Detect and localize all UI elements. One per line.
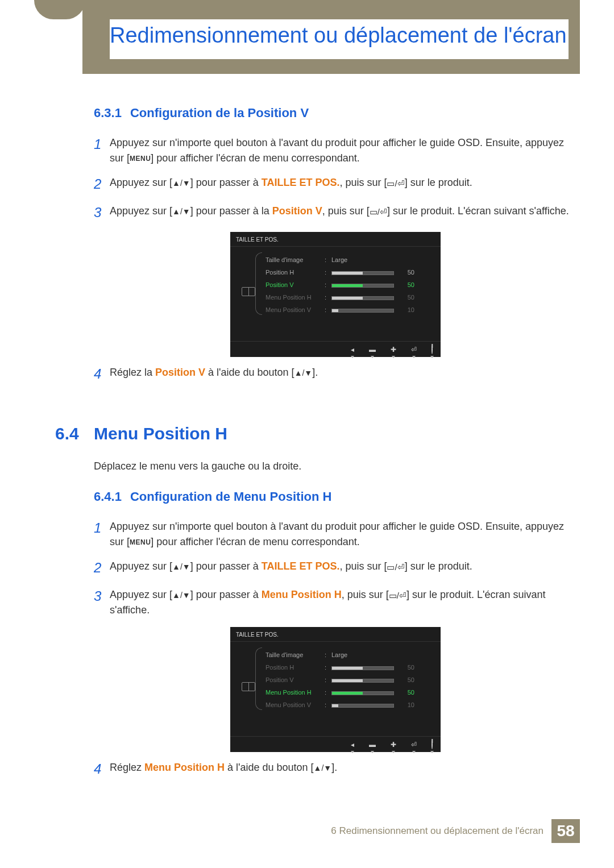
osd-label: Position V xyxy=(261,281,325,288)
step: 3 Appuyez sur [▲/▼] pour passer à Menu P… xyxy=(94,587,577,618)
box-enter-icon: ▭/⏎ xyxy=(387,562,404,572)
highlight: Position V xyxy=(272,205,322,217)
subsection-631-heading: 6.3.1 Configuration de la Position V xyxy=(94,106,577,121)
osd-label: Position H xyxy=(261,664,325,671)
step-text: Appuyez sur [▲/▼] pour passer à TAILLE E… xyxy=(110,175,577,194)
osd-label: Taille d'image xyxy=(261,256,325,263)
page-content: 6.3.1 Configuration de la Position V 1 A… xyxy=(94,106,577,788)
step-text: Réglez la Position V à l'aide du bouton … xyxy=(110,365,577,384)
osd-value: 10 xyxy=(331,701,435,708)
osd-label: Menu Position V xyxy=(261,306,325,313)
osd-label: Menu Position V xyxy=(261,701,325,708)
box-enter-icon: ▭/⏎ xyxy=(370,207,387,217)
bracket-decor xyxy=(255,647,262,710)
up-down-icon: ▲/▼ xyxy=(172,562,190,571)
step-text: Appuyez sur [▲/▼] pour passer à la Posit… xyxy=(110,203,577,223)
osd-value: 50 xyxy=(331,294,435,301)
back-icon: ◂ xyxy=(351,346,354,354)
step-text: Appuyez sur [▲/▼] pour passer à TAILLE E… xyxy=(110,559,577,578)
osd-value: Large xyxy=(331,256,435,263)
bracket-decor xyxy=(255,252,262,315)
subsection-641-heading: 6.4.1 Configuration de Menu Position H xyxy=(94,489,577,504)
power-icon xyxy=(432,346,433,354)
step: 4 Réglez la Position V à l'aide du bouto… xyxy=(94,365,577,384)
step-text: Appuyez sur n'importe quel bouton à l'av… xyxy=(110,519,577,550)
enter-icon: ⏎ xyxy=(411,741,417,749)
size-pos-icon xyxy=(242,682,255,691)
osd-row: Position H:50 xyxy=(261,661,435,674)
osd-value: 50 xyxy=(331,676,435,683)
osd-value: 10 xyxy=(331,306,435,313)
page-footer: 6 Redimensionnement ou déplacement de l'… xyxy=(331,819,580,843)
osd-value: 50 xyxy=(331,664,435,671)
osd-row: Position V:50 xyxy=(261,279,435,291)
minus-icon: ▬ xyxy=(369,346,376,354)
osd-value: 50 xyxy=(331,269,435,276)
highlight: Position V xyxy=(155,367,205,378)
highlight: TAILLE ET POS. xyxy=(262,177,340,188)
step-number: 1 xyxy=(94,134,110,166)
subsection-title: Configuration de la Position V xyxy=(130,106,309,120)
section-intro: Déplacez le menu vers la gauche ou la dr… xyxy=(94,460,577,472)
osd-label: Menu Position H xyxy=(261,689,325,696)
osd-value: 50 xyxy=(331,689,435,696)
box-enter-icon: ▭/⏎ xyxy=(387,178,404,188)
osd-rows: Taille d'image:LargePosition H:50Positio… xyxy=(261,254,435,316)
section-title: Menu Position H xyxy=(94,424,227,443)
step-text: Réglez Menu Position H à l'aide du bouto… xyxy=(110,760,577,779)
section-heading: 6.4 Menu Position H xyxy=(55,424,577,443)
steps-641: 1 Appuyez sur n'importe quel bouton à l'… xyxy=(94,519,577,618)
osd-row: Position V:50 xyxy=(261,674,435,686)
enter-icon: ⏎ xyxy=(411,346,417,354)
chapter-title: Redimensionnement ou déplacement de l'éc… xyxy=(110,19,569,59)
box-enter-icon: ▭/⏎ xyxy=(389,591,406,600)
step: 1 Appuyez sur n'importe quel bouton à l'… xyxy=(94,135,577,166)
step-text: Appuyez sur n'importe quel bouton à l'av… xyxy=(110,135,577,166)
header-tab xyxy=(34,0,85,19)
section-number: 6.4 xyxy=(55,424,94,443)
step-number: 2 xyxy=(94,558,110,578)
step-number: 4 xyxy=(94,759,110,779)
steps-631: 1 Appuyez sur n'importe quel bouton à l'… xyxy=(94,135,577,223)
osd-value: Large xyxy=(331,651,435,658)
osd-title: TAILLE ET POS. xyxy=(230,232,441,247)
step-number: 2 xyxy=(94,174,110,194)
highlight: Menu Position H xyxy=(144,762,225,773)
step-number: 3 xyxy=(94,586,110,618)
osd-row: Menu Position V:10 xyxy=(261,699,435,711)
osd-footer: ◂ ▬ ✚ ⏎ xyxy=(230,341,441,357)
highlight: Menu Position H xyxy=(262,589,342,600)
power-icon xyxy=(432,741,433,749)
osd-rows: Taille d'image:LargePosition H:50Positio… xyxy=(261,649,435,711)
step: 4 Réglez Menu Position H à l'aide du bou… xyxy=(94,760,577,779)
back-icon: ◂ xyxy=(351,741,354,749)
plus-icon: ✚ xyxy=(391,346,396,354)
osd-title: TAILLE ET POS. xyxy=(230,627,441,642)
minus-icon: ▬ xyxy=(369,741,376,749)
osd-label: Position V xyxy=(261,676,325,683)
osd-screenshot-2: TAILLE ET POS. Taille d'image:LargePosit… xyxy=(230,627,441,752)
osd-screenshot-1: TAILLE ET POS. Taille d'image:LargePosit… xyxy=(230,232,441,357)
up-down-icon: ▲/▼ xyxy=(172,591,190,600)
step: 2 Appuyez sur [▲/▼] pour passer à TAILLE… xyxy=(94,559,577,578)
osd-row: Taille d'image:Large xyxy=(261,254,435,266)
osd-label: Taille d'image xyxy=(261,651,325,658)
footer-text: 6 Redimensionnement ou déplacement de l'… xyxy=(331,825,544,837)
page-number: 58 xyxy=(551,819,580,843)
size-pos-icon xyxy=(242,287,255,296)
up-down-icon: ▲/▼ xyxy=(294,368,313,377)
section-64: 6.4 Menu Position H Déplacez le menu ver… xyxy=(94,424,577,779)
plus-icon: ✚ xyxy=(391,741,396,749)
step-number: 3 xyxy=(94,202,110,223)
osd-row: Menu Position V:10 xyxy=(261,304,435,316)
step-text: Appuyez sur [▲/▼] pour passer à Menu Pos… xyxy=(110,587,577,618)
step-number: 4 xyxy=(94,364,110,384)
osd-value: 50 xyxy=(331,281,435,288)
subsection-title: Configuration de Menu Position H xyxy=(130,489,331,504)
osd-row: Position H:50 xyxy=(261,266,435,279)
up-down-icon: ▲/▼ xyxy=(172,178,190,188)
osd-label: Menu Position H xyxy=(261,294,325,301)
menu-key: MENU xyxy=(130,155,151,163)
osd-row: Menu Position H:50 xyxy=(261,291,435,304)
osd-row: Menu Position H:50 xyxy=(261,686,435,699)
